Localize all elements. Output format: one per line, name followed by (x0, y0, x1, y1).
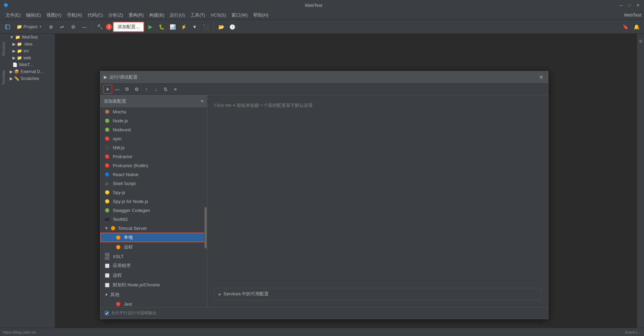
right-side-tabs: 能 (637, 34, 644, 336)
config-item-spy-js[interactable]: 🟡 Spy-js (100, 188, 207, 197)
app-icon: 🔷 (3, 3, 9, 8)
config-item-mocha[interactable]: 🟤 Mocha (100, 107, 207, 116)
config-item-app[interactable]: ⬜ 应用程序 (100, 261, 207, 271)
services-header[interactable]: ▶ Services 中的可用配置 (215, 288, 541, 300)
list-scrollbar-thumb[interactable] (205, 207, 207, 248)
bookmarks-button[interactable]: 🔖 (621, 22, 630, 32)
parallel-run-checkbox[interactable]: 允许平行运行与进程输出 (105, 310, 157, 316)
dialog-settings-button[interactable]: ⚙ (132, 85, 141, 94)
project-root[interactable]: ▼ 📁 WebTest (7, 34, 55, 41)
recent-files-button[interactable]: 🕒 (227, 22, 237, 32)
config-item-xslt[interactable]: XSLT XSLT (100, 252, 207, 261)
menu-file[interactable]: 文件(E) (3, 11, 23, 20)
idea-folder[interactable]: ▶ 📁 .idea (7, 41, 55, 48)
menu-help[interactable]: 帮助(H) (250, 11, 271, 20)
config-item-jest[interactable]: 🔴 Jest (100, 299, 207, 307)
sidebar-toggle-button[interactable] (3, 22, 12, 32)
menu-app-name: WebTest (624, 12, 641, 18)
react-native-label: React Native (113, 172, 138, 177)
coverage-button[interactable]: 📊 (168, 22, 177, 32)
menu-tools[interactable]: 工具(T) (188, 11, 208, 20)
project-selector[interactable]: 📁 Project ▼ (14, 23, 45, 31)
dialog-remove-button[interactable]: — (113, 85, 122, 94)
menu-analyze[interactable]: 分析(Z) (106, 11, 126, 20)
config-item-spy-js-node[interactable]: 🟡 Spy-js for Node.js (100, 197, 207, 206)
config-item-nodejs[interactable]: 🟢 Node.js (100, 116, 207, 125)
menu-build[interactable]: 构建(B) (147, 11, 167, 20)
config-item-tomcat-remote[interactable]: 🟠 远程 (100, 242, 207, 252)
config-item-tomcat-server[interactable]: ▼ 🟠 Tomcat Server (100, 224, 207, 233)
stop-button[interactable]: ⬛ (201, 22, 210, 32)
config-item-protractor-kotlin[interactable]: 🔴 Protractor (Kotlin) (100, 161, 207, 170)
config-list-scroll[interactable]: 🟤 Mocha 🟢 Node.js 🟢 Nodeunit (100, 107, 207, 307)
settings-button[interactable]: ⚙ (68, 22, 78, 32)
dialog-sort-button[interactable]: ⇅ (161, 85, 170, 94)
tomcat-expand-icon: ▼ (105, 226, 108, 230)
config-item-nw[interactable]: ⚫ NW.js (100, 143, 207, 152)
maximize-button[interactable]: □ (627, 2, 632, 8)
hint-text-prefix: Click the (214, 103, 232, 108)
shell-icon: ▷ (105, 181, 110, 186)
idea-folder-icon: 📁 (17, 42, 22, 47)
collapse-button[interactable]: — (79, 22, 89, 32)
menu-navigate[interactable]: 导航(N) (64, 11, 85, 20)
close-button[interactable]: ✕ (635, 2, 641, 8)
status-url: https://blog.csdn.mi... (3, 330, 39, 334)
split-button[interactable]: ⇌ (57, 22, 67, 32)
dialog-add-button[interactable]: + (103, 85, 112, 94)
webt-file[interactable]: 📄 WebT... (7, 61, 55, 68)
menu-view[interactable]: 视图(V) (44, 11, 64, 20)
config-item-attach-node[interactable]: ⬜ 附加到 Node.js/Chrome (100, 280, 207, 290)
dialog-copy-button[interactable]: ⧉ (122, 85, 131, 94)
menu-code[interactable]: 代码(C) (85, 11, 106, 20)
debug-button[interactable]: 🐛 (157, 22, 166, 32)
build-hammer-icon[interactable]: 🔨 (95, 22, 105, 32)
config-item-nodeunit[interactable]: 🟢 Nodeunit (100, 125, 207, 134)
remote-label: 远程 (113, 272, 122, 278)
add-folder-button[interactable]: ⊕ (46, 22, 56, 32)
dialog-up-button[interactable]: ↑ (142, 85, 151, 94)
config-item-protractor[interactable]: 🔴 Protractor (100, 152, 207, 161)
config-item-swagger[interactable]: 🟢 Swagger Codegen (100, 206, 207, 215)
expand-arrow-icon4: ▶ (12, 55, 16, 60)
config-item-testng[interactable]: NG TestNG (100, 215, 207, 224)
favorites-tab[interactable]: Favorites (0, 63, 7, 91)
config-item-remote[interactable]: ⬜ 远程 (100, 271, 207, 280)
config-content-panel: Click the + 按钮来创建一个新的配置基于默认设置 ▶ Services… (207, 95, 548, 307)
dialog-close-button[interactable]: ✕ (538, 74, 545, 81)
project-panel: ▼ 📁 WebTest ▶ 📁 .idea ▶ 📁 src ▶ 📁 web 📄 … (7, 34, 55, 336)
src-folder[interactable]: ▶ 📁 src (7, 48, 55, 54)
minimize-button[interactable]: — (618, 2, 624, 8)
menu-vcs[interactable]: VCS(S) (208, 11, 229, 19)
menu-window[interactable]: 窗口(W) (229, 11, 250, 20)
external-deps[interactable]: ▶ 📦 External D... (7, 68, 55, 75)
services-section: ▶ Services 中的可用配置 (214, 288, 541, 300)
notifications-button[interactable]: 🔔 (632, 22, 641, 32)
open-file-button[interactable]: 📂 (216, 22, 226, 32)
config-item-react-native[interactable]: 🔵 React Native (100, 170, 207, 179)
webt-file-icon: 📄 (12, 62, 18, 67)
run-button[interactable]: ▶ (146, 22, 155, 32)
event-log-tab[interactable]: 能 (637, 34, 644, 39)
web-folder[interactable]: ▶ 📁 web (7, 54, 55, 61)
menu-refactor[interactable]: 重构(R) (126, 11, 147, 20)
scratches[interactable]: ▶ ✏️ Scratches (7, 75, 55, 82)
structure-tab[interactable]: Structure (0, 35, 7, 63)
run-dropdown-icon[interactable]: ▼ (190, 22, 199, 32)
config-item-other[interactable]: ▼ 其他 (100, 290, 207, 299)
dialog-filter-button[interactable]: ≡ (171, 85, 180, 94)
config-item-npm[interactable]: 🔴 npm (100, 134, 207, 143)
shell-script-label: Shell Script (113, 181, 136, 186)
profiler-button[interactable]: ⚡ (179, 22, 188, 32)
list-scrollbar-track[interactable] (204, 107, 207, 307)
config-item-tomcat-local[interactable]: 🟠 本地 (100, 233, 207, 242)
menu-edit[interactable]: 编辑(E) (23, 11, 43, 20)
dialog-down-button[interactable]: ↓ (151, 85, 160, 94)
dialog-title-icon: ▶ (104, 74, 107, 80)
config-item-shell-script[interactable]: ▷ Shell Script (100, 179, 207, 188)
menu-run[interactable]: 运行(U) (167, 11, 188, 20)
expand-arrow-icon: ▼ (10, 35, 14, 40)
dialog-bottom: 允许平行运行与进程输出 (100, 307, 548, 319)
dialog-title: ▶ 运行/调试配置 (104, 74, 138, 80)
add-config-button[interactable]: 添加配置... (113, 22, 144, 32)
